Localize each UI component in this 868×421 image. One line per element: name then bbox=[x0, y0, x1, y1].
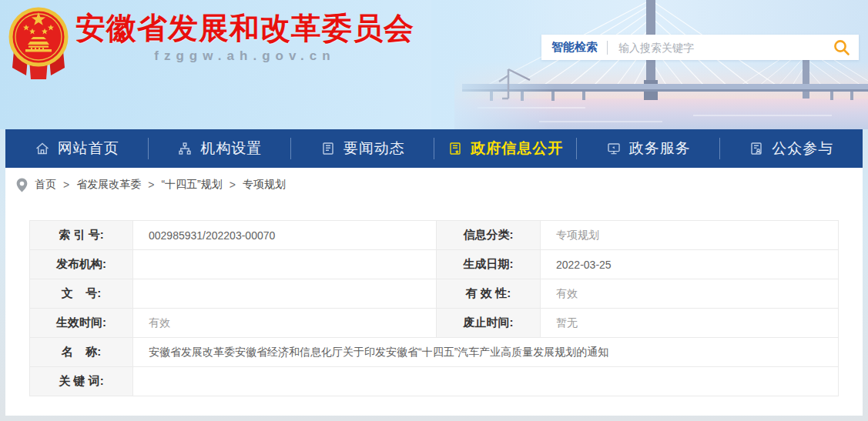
effective-time-label: 生效时间: bbox=[30, 309, 133, 338]
national-emblem-icon bbox=[8, 5, 69, 82]
document-meta-section: 索 引 号: 002985931/202203-00070 信息分类: 专项规划… bbox=[5, 202, 863, 396]
effective-time-value: 有效 bbox=[133, 309, 437, 338]
info-category-value: 专项规划 bbox=[541, 221, 839, 250]
breadcrumb-commission[interactable]: 省发展改革委 bbox=[76, 178, 141, 192]
validity-label: 有 效 性: bbox=[437, 279, 541, 309]
keywords-value bbox=[133, 367, 839, 396]
index-number-value: 002985931/202203-00070 bbox=[133, 221, 437, 250]
breadcrumb-special-plan[interactable]: 专项规划 bbox=[243, 178, 286, 192]
document-star-icon bbox=[447, 141, 463, 156]
search-icon bbox=[833, 38, 851, 57]
breadcrumb-separator: > bbox=[230, 179, 236, 191]
smart-search-label[interactable]: 智能检索 bbox=[541, 40, 607, 55]
breadcrumb-separator: > bbox=[63, 179, 69, 191]
org-chart-icon bbox=[177, 141, 193, 156]
nav-item-label: 政务服务 bbox=[629, 139, 691, 159]
nav-item-organization[interactable]: 机构设置 bbox=[149, 129, 292, 168]
publisher-value bbox=[133, 250, 437, 279]
site-logo[interactable]: 安徽省发展和改革委员会 fzggw.ah.gov.cn bbox=[8, 5, 414, 82]
document-person-icon bbox=[749, 141, 764, 156]
search-button[interactable] bbox=[829, 38, 859, 57]
title-label: 名 称: bbox=[30, 338, 133, 367]
site-url: fzggw.ah.gov.cn bbox=[75, 48, 414, 64]
abolition-time-value: 暂无 bbox=[541, 309, 839, 338]
info-category-label: 信息分类: bbox=[437, 221, 541, 250]
table-row: 索 引 号: 002985931/202203-00070 信息分类: 专项规划 bbox=[30, 221, 839, 250]
table-row: 关 键 词: bbox=[30, 367, 839, 396]
table-row: 文 号: 有 效 性: 有效 bbox=[30, 279, 839, 309]
nav-item-label: 公众参与 bbox=[772, 139, 833, 159]
nav-item-gov-services[interactable]: 政务服务 bbox=[577, 129, 720, 168]
main-nav: 网站首页 机构设置 要闻动态 政府信息公开 政务服务 公众参与 bbox=[5, 129, 863, 168]
site-header: 安徽省发展和改革委员会 fzggw.ah.gov.cn 智能检索 bbox=[0, 0, 868, 129]
monitor-icon bbox=[606, 141, 622, 156]
created-date-value: 2022-03-25 bbox=[541, 250, 839, 279]
table-row: 生效时间: 有效 废止时间: 暂无 bbox=[30, 309, 839, 338]
doc-number-label: 文 号: bbox=[30, 279, 133, 309]
site-title-block: 安徽省发展和改革委员会 fzggw.ah.gov.cn bbox=[75, 5, 414, 64]
nav-item-label: 机构设置 bbox=[200, 139, 262, 159]
nav-item-news[interactable]: 要闻动态 bbox=[291, 129, 434, 168]
site-title: 安徽省发展和改革委员会 bbox=[75, 12, 414, 45]
nav-item-label: 网站首页 bbox=[58, 139, 119, 159]
news-icon bbox=[320, 141, 336, 156]
nav-item-gov-info-disclosure[interactable]: 政府信息公开 bbox=[434, 129, 578, 168]
breadcrumb-separator: > bbox=[148, 179, 154, 191]
search-bar: 智能检索 bbox=[541, 35, 859, 60]
publisher-label: 发布机构: bbox=[30, 250, 133, 279]
created-date-label: 生成日期: bbox=[437, 250, 541, 279]
breadcrumb: 首页 > 省发展改革委 > “十四五”规划 > 专项规划 bbox=[5, 168, 863, 202]
index-number-label: 索 引 号: bbox=[30, 221, 133, 250]
table-row: 发布机构: 生成日期: 2022-03-25 bbox=[30, 250, 839, 279]
abolition-time-label: 废止时间: bbox=[437, 309, 541, 338]
document-info-table: 索 引 号: 002985931/202203-00070 信息分类: 专项规划… bbox=[29, 220, 839, 396]
location-pin-icon bbox=[16, 178, 28, 192]
doc-number-value bbox=[133, 279, 437, 309]
validity-value: 有效 bbox=[541, 279, 839, 309]
breadcrumb-home[interactable]: 首页 bbox=[35, 178, 56, 192]
breadcrumb-14th-plan[interactable]: “十四五”规划 bbox=[161, 178, 222, 192]
nav-item-label: 要闻动态 bbox=[344, 139, 405, 159]
nav-item-label: 政府信息公开 bbox=[471, 139, 563, 159]
search-input[interactable] bbox=[608, 42, 829, 54]
nav-item-home[interactable]: 网站首页 bbox=[5, 129, 149, 168]
main-panel: 首页 > 省发展改革委 > “十四五”规划 > 专项规划 索 引 号: 0029… bbox=[5, 168, 863, 416]
keywords-label: 关 键 词: bbox=[30, 367, 133, 396]
table-row: 名 称: 安徽省发展改革委安徽省经济和信息化厅关于印发安徽省“十四五”汽车产业高… bbox=[30, 338, 839, 367]
nav-item-public-participation[interactable]: 公众参与 bbox=[720, 129, 863, 168]
title-value: 安徽省发展改革委安徽省经济和信息化厅关于印发安徽省“十四五”汽车产业高质量发展规… bbox=[133, 338, 839, 367]
home-icon bbox=[35, 141, 50, 156]
